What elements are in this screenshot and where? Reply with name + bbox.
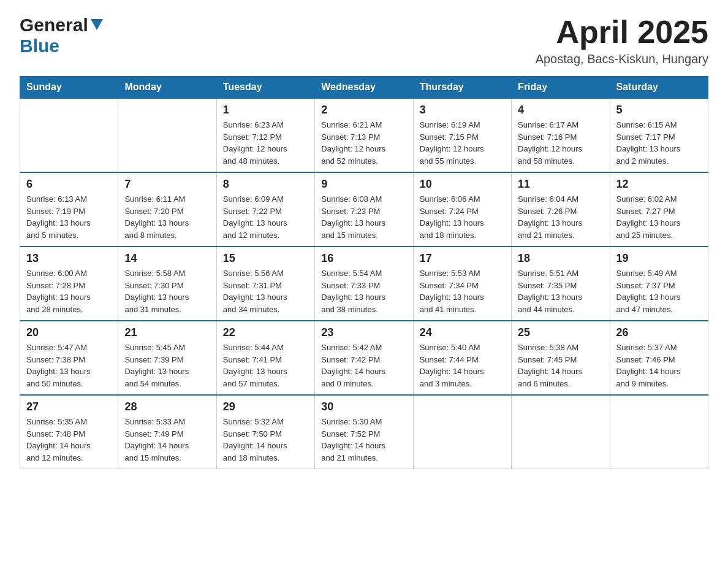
calendar-cell: 21Sunrise: 5:45 AM Sunset: 7:39 PM Dayli… (118, 321, 216, 395)
calendar-cell (20, 98, 118, 172)
day-info: Sunrise: 5:51 AM Sunset: 7:35 PM Dayligh… (518, 267, 603, 315)
day-info: Sunrise: 5:33 AM Sunset: 7:49 PM Dayligh… (124, 416, 210, 464)
calendar-cell: 12Sunrise: 6:02 AM Sunset: 7:27 PM Dayli… (610, 172, 708, 247)
calendar-cell: 14Sunrise: 5:58 AM Sunset: 7:30 PM Dayli… (118, 247, 216, 321)
calendar-week-row: 27Sunrise: 5:35 AM Sunset: 7:48 PM Dayli… (20, 395, 708, 469)
logo-general-text: General (20, 15, 88, 36)
page-title: April 2025 (536, 15, 708, 50)
day-info: Sunrise: 5:42 AM Sunset: 7:42 PM Dayligh… (321, 342, 406, 389)
day-number: 6 (26, 178, 112, 191)
day-number: 5 (616, 104, 702, 117)
day-number: 2 (321, 104, 406, 117)
day-info: Sunrise: 5:35 AM Sunset: 7:48 PM Dayligh… (26, 416, 112, 464)
day-number: 30 (321, 400, 406, 413)
calendar-cell: 15Sunrise: 5:56 AM Sunset: 7:31 PM Dayli… (216, 247, 314, 321)
day-number: 18 (518, 252, 603, 265)
calendar-cell (413, 395, 511, 469)
day-number: 24 (420, 326, 505, 339)
day-number: 1 (223, 104, 308, 117)
day-number: 15 (223, 252, 308, 265)
calendar-week-row: 6Sunrise: 6:13 AM Sunset: 7:19 PM Daylig… (20, 172, 708, 247)
page-header: General Blue April 2025 Apostag, Bacs-Ki… (20, 15, 708, 66)
calendar-cell (118, 98, 216, 172)
calendar-week-row: 1Sunrise: 6:23 AM Sunset: 7:12 PM Daylig… (20, 98, 708, 172)
logo-blue-text: Blue (20, 36, 59, 56)
title-block: April 2025 Apostag, Bacs-Kiskun, Hungary (536, 15, 708, 66)
calendar-cell: 16Sunrise: 5:54 AM Sunset: 7:33 PM Dayli… (315, 247, 413, 321)
day-number: 27 (26, 400, 112, 413)
calendar-header-row: SundayMondayTuesdayWednesdayThursdayFrid… (20, 77, 708, 99)
calendar-week-row: 13Sunrise: 6:00 AM Sunset: 7:28 PM Dayli… (20, 247, 708, 321)
day-info: Sunrise: 5:45 AM Sunset: 7:39 PM Dayligh… (124, 342, 210, 389)
day-number: 21 (124, 326, 210, 339)
day-number: 12 (616, 178, 702, 191)
day-info: Sunrise: 6:09 AM Sunset: 7:22 PM Dayligh… (223, 193, 308, 241)
calendar-cell: 4Sunrise: 6:17 AM Sunset: 7:16 PM Daylig… (512, 98, 610, 172)
calendar-cell: 30Sunrise: 5:30 AM Sunset: 7:52 PM Dayli… (315, 395, 413, 469)
calendar-day-header: Friday (512, 77, 610, 99)
calendar-cell: 27Sunrise: 5:35 AM Sunset: 7:48 PM Dayli… (20, 395, 118, 469)
day-info: Sunrise: 6:04 AM Sunset: 7:26 PM Dayligh… (518, 193, 603, 241)
calendar-cell: 3Sunrise: 6:19 AM Sunset: 7:15 PM Daylig… (413, 98, 511, 172)
calendar-cell: 5Sunrise: 6:15 AM Sunset: 7:17 PM Daylig… (610, 98, 708, 172)
calendar-day-header: Sunday (20, 77, 118, 99)
day-number: 19 (616, 252, 702, 265)
day-number: 9 (321, 178, 406, 191)
day-number: 4 (518, 104, 603, 117)
day-info: Sunrise: 6:11 AM Sunset: 7:20 PM Dayligh… (124, 193, 210, 241)
calendar-day-header: Tuesday (216, 77, 314, 99)
calendar-cell: 8Sunrise: 6:09 AM Sunset: 7:22 PM Daylig… (216, 172, 314, 247)
calendar-cell: 11Sunrise: 6:04 AM Sunset: 7:26 PM Dayli… (512, 172, 610, 247)
calendar-cell: 2Sunrise: 6:21 AM Sunset: 7:13 PM Daylig… (315, 98, 413, 172)
day-number: 3 (420, 104, 505, 117)
day-number: 16 (321, 252, 406, 265)
day-info: Sunrise: 5:54 AM Sunset: 7:33 PM Dayligh… (321, 267, 406, 315)
calendar-cell: 29Sunrise: 5:32 AM Sunset: 7:50 PM Dayli… (216, 395, 314, 469)
day-number: 20 (26, 326, 112, 339)
day-info: Sunrise: 5:37 AM Sunset: 7:46 PM Dayligh… (616, 342, 702, 389)
day-info: Sunrise: 5:32 AM Sunset: 7:50 PM Dayligh… (223, 416, 308, 464)
calendar-cell: 10Sunrise: 6:06 AM Sunset: 7:24 PM Dayli… (413, 172, 511, 247)
day-info: Sunrise: 6:06 AM Sunset: 7:24 PM Dayligh… (420, 193, 505, 241)
day-info: Sunrise: 6:00 AM Sunset: 7:28 PM Dayligh… (26, 267, 112, 315)
calendar-cell: 1Sunrise: 6:23 AM Sunset: 7:12 PM Daylig… (216, 98, 314, 172)
day-number: 26 (616, 326, 702, 339)
page-subtitle: Apostag, Bacs-Kiskun, Hungary (536, 52, 708, 66)
day-info: Sunrise: 5:40 AM Sunset: 7:44 PM Dayligh… (420, 342, 505, 389)
day-number: 17 (420, 252, 505, 265)
calendar-week-row: 20Sunrise: 5:47 AM Sunset: 7:38 PM Dayli… (20, 321, 708, 395)
calendar-cell: 7Sunrise: 6:11 AM Sunset: 7:20 PM Daylig… (118, 172, 216, 247)
day-number: 8 (223, 178, 308, 191)
day-number: 13 (26, 252, 112, 265)
day-info: Sunrise: 6:13 AM Sunset: 7:19 PM Dayligh… (26, 193, 112, 241)
calendar-day-header: Thursday (413, 77, 511, 99)
calendar-cell: 28Sunrise: 5:33 AM Sunset: 7:49 PM Dayli… (118, 395, 216, 469)
calendar-day-header: Saturday (610, 77, 708, 99)
calendar-cell: 24Sunrise: 5:40 AM Sunset: 7:44 PM Dayli… (413, 321, 511, 395)
day-info: Sunrise: 6:15 AM Sunset: 7:17 PM Dayligh… (616, 119, 702, 167)
calendar-cell: 6Sunrise: 6:13 AM Sunset: 7:19 PM Daylig… (20, 172, 118, 247)
day-number: 25 (518, 326, 603, 339)
day-number: 23 (321, 326, 406, 339)
calendar-cell: 26Sunrise: 5:37 AM Sunset: 7:46 PM Dayli… (610, 321, 708, 395)
calendar-cell: 22Sunrise: 5:44 AM Sunset: 7:41 PM Dayli… (216, 321, 314, 395)
calendar-table: SundayMondayTuesdayWednesdayThursdayFrid… (20, 76, 708, 469)
day-number: 28 (124, 400, 210, 413)
calendar-cell: 13Sunrise: 6:00 AM Sunset: 7:28 PM Dayli… (20, 247, 118, 321)
day-info: Sunrise: 6:19 AM Sunset: 7:15 PM Dayligh… (420, 119, 505, 167)
calendar-cell (610, 395, 708, 469)
day-info: Sunrise: 6:08 AM Sunset: 7:23 PM Dayligh… (321, 193, 406, 241)
calendar-cell: 19Sunrise: 5:49 AM Sunset: 7:37 PM Dayli… (610, 247, 708, 321)
day-info: Sunrise: 6:02 AM Sunset: 7:27 PM Dayligh… (616, 193, 702, 241)
day-number: 7 (124, 178, 210, 191)
calendar-day-header: Monday (118, 77, 216, 99)
calendar-cell: 20Sunrise: 5:47 AM Sunset: 7:38 PM Dayli… (20, 321, 118, 395)
logo: General Blue (20, 15, 103, 56)
day-info: Sunrise: 5:58 AM Sunset: 7:30 PM Dayligh… (124, 267, 210, 315)
calendar-cell: 9Sunrise: 6:08 AM Sunset: 7:23 PM Daylig… (315, 172, 413, 247)
calendar-cell: 23Sunrise: 5:42 AM Sunset: 7:42 PM Dayli… (315, 321, 413, 395)
day-number: 10 (420, 178, 505, 191)
day-number: 14 (124, 252, 210, 265)
calendar-cell: 18Sunrise: 5:51 AM Sunset: 7:35 PM Dayli… (512, 247, 610, 321)
day-number: 11 (518, 178, 603, 191)
